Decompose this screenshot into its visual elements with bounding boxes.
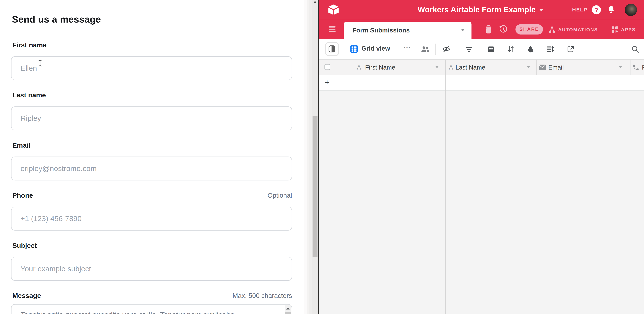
chevron-down-icon[interactable] (435, 66, 438, 68)
subject-input[interactable] (11, 257, 292, 281)
help-button[interactable]: HELP (572, 7, 588, 13)
column-header-phone[interactable]: Phone (642, 60, 644, 75)
message-box (11, 304, 292, 314)
chevron-down-icon (540, 9, 544, 12)
message-label: Message (12, 292, 41, 300)
automations-label: AUTOMATIONS (558, 27, 598, 32)
email-field-icon (539, 65, 546, 70)
airtable-logo-icon[interactable] (327, 4, 340, 16)
chevron-down-icon[interactable] (527, 66, 530, 68)
pane-resize-divider[interactable] (318, 0, 319, 314)
history-icon[interactable] (499, 25, 508, 34)
add-row-plus-icon[interactable]: + (325, 75, 330, 90)
base-title-text: Workers Airtable Form Example (418, 5, 536, 14)
chevron-down-icon[interactable] (619, 66, 622, 68)
email-input[interactable] (11, 157, 292, 181)
phone-input[interactable] (11, 207, 292, 231)
filter-icon[interactable] (465, 45, 473, 53)
column-separator (630, 60, 630, 75)
gutter-strip (304, 0, 307, 314)
message-scrollbar[interactable] (285, 305, 291, 314)
pane-gutter (304, 0, 319, 314)
airtable-topbar: Workers Airtable Form Example HELP ? (319, 0, 644, 20)
first-name-label: First name (12, 41, 46, 49)
message-max-note: Max. 500 characters (232, 292, 292, 299)
gutter-strip (307, 0, 309, 314)
view-name[interactable]: Grid view (362, 45, 390, 52)
contact-form-pane: Send us a message First name Last name E… (0, 0, 304, 314)
phone-field-icon (632, 64, 640, 71)
chevron-down-icon[interactable] (461, 29, 464, 31)
apps-button[interactable]: APPS (611, 26, 636, 34)
automations-icon (548, 26, 556, 33)
scrollbar-up-arrow-icon[interactable] (313, 1, 316, 3)
group-icon[interactable] (487, 45, 495, 53)
column-separator (536, 60, 537, 75)
subject-label: Subject (12, 242, 37, 250)
notifications-bell-icon[interactable] (607, 5, 615, 14)
help-circle-icon[interactable]: ? (592, 5, 601, 14)
gutter-strip (309, 0, 312, 314)
last-name-input[interactable] (11, 106, 292, 130)
share-button[interactable]: SHARE (516, 24, 543, 35)
add-row[interactable]: + (319, 75, 644, 91)
phone-label: Phone (12, 191, 33, 199)
toolbar-divider (435, 44, 436, 55)
screen: Send us a message First name Last name E… (0, 0, 644, 314)
base-title[interactable]: Workers Airtable Form Example (378, 5, 583, 14)
message-scrollbar-thumb[interactable] (285, 312, 291, 314)
column-header-email[interactable]: Email (548, 60, 564, 75)
sidebar-toggle-icon (328, 45, 336, 53)
column-header-first-name[interactable]: First Name (365, 60, 396, 75)
trash-icon[interactable] (485, 25, 492, 34)
form-heading: Send us a message (12, 14, 101, 25)
view-toolbar: Grid view ··· (319, 39, 644, 60)
apps-label: APPS (621, 27, 636, 32)
text-field-icon: A (357, 60, 361, 75)
sort-icon[interactable] (507, 45, 515, 53)
pane-scrollbar-thumb[interactable] (312, 116, 318, 257)
collaborators-icon[interactable] (421, 46, 430, 53)
ibeam-cursor-icon (38, 60, 42, 67)
select-all-checkbox[interactable] (324, 64, 330, 70)
phone-optional-note: Optional (268, 192, 292, 199)
message-textarea[interactable] (12, 304, 292, 314)
view-more-button[interactable]: ··· (404, 44, 412, 52)
hide-fields-icon[interactable] (442, 45, 450, 53)
row-height-icon[interactable] (546, 45, 554, 53)
search-icon[interactable] (631, 45, 639, 53)
grid-view-icon[interactable] (350, 45, 358, 53)
first-name-input[interactable] (11, 56, 292, 80)
share-view-icon[interactable] (567, 45, 575, 53)
color-icon[interactable] (526, 45, 534, 53)
email-label: Email (12, 141, 30, 149)
hamburger-menu-icon[interactable] (329, 26, 336, 33)
tab-form-submissions[interactable]: Form Submissions (344, 22, 472, 39)
automations-button[interactable]: AUTOMATIONS (548, 26, 598, 34)
text-field-icon: A (449, 60, 453, 75)
airtable-tabbar: Form Submissions SHARE (319, 20, 644, 39)
frozen-column-divider[interactable] (445, 60, 446, 314)
last-name-label: Last name (12, 91, 46, 99)
scroll-up-icon[interactable] (286, 307, 289, 309)
grid-header-row: A First Name A Last Name Email Phone (319, 60, 644, 75)
column-header-last-name[interactable]: Last Name (456, 60, 485, 75)
view-sidebar-toggle-button[interactable] (325, 42, 339, 56)
avatar[interactable] (625, 4, 637, 16)
tab-label: Form Submissions (352, 27, 410, 34)
airtable-pane: Workers Airtable Form Example HELP ? For… (319, 0, 644, 314)
apps-icon (611, 26, 618, 33)
